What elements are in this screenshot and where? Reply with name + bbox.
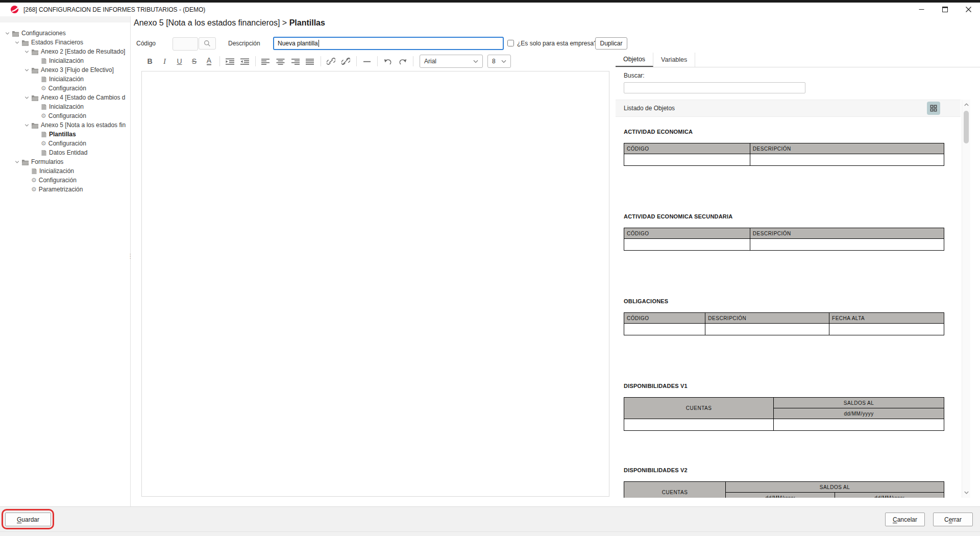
descripcion-input[interactable] xyxy=(273,37,504,50)
tree-item-plantillas[interactable]: Plantillas xyxy=(0,130,130,139)
section-title: DISPONIBILIDADES V2 xyxy=(624,467,961,473)
font-family-select[interactable]: Arial xyxy=(420,55,483,68)
company-only-checkbox[interactable] xyxy=(507,40,514,46)
folder-icon xyxy=(31,94,39,101)
tree-item-datos-entidad[interactable]: Datos Entidad xyxy=(0,148,130,157)
tab-objetos[interactable]: Objetos xyxy=(616,53,653,67)
duplicate-button[interactable]: Duplicar xyxy=(595,37,627,50)
object-section-actividad-economica-secundaria[interactable]: ACTIVIDAD ECONOMICA SECUNDARIACÓDIGODESC… xyxy=(624,213,961,251)
tree-item-label: Anexo 3 [Flujo de Efectivo] xyxy=(41,66,114,74)
link-button[interactable] xyxy=(325,55,337,67)
tree-item-label: Configuración xyxy=(48,140,86,147)
column-header: CUENTAS xyxy=(624,482,726,498)
column-header: CÓDIGO xyxy=(624,228,750,239)
tree-item-configuraciones[interactable]: Configuraciones xyxy=(0,29,130,38)
tree-item-anexo-5-nota-a-los-estados-fin[interactable]: Anexo 5 [Nota a los estados fin xyxy=(0,120,130,130)
italic-button[interactable]: I xyxy=(159,55,170,67)
redo-button[interactable] xyxy=(397,55,408,67)
cancel-button[interactable]: Cancelar xyxy=(885,513,925,526)
search-label: Buscar: xyxy=(624,72,645,79)
minimize-button[interactable] xyxy=(910,3,933,16)
gear-icon: ⚙ xyxy=(31,186,37,192)
configuration-tree: ConfiguracionesEstados FinacierosAnexo 2… xyxy=(0,22,130,506)
section-title: DISPONIBILIDADES V1 xyxy=(624,383,961,389)
tree-item-inicializacion[interactable]: Inicialización xyxy=(0,166,130,176)
bold-button[interactable]: B xyxy=(144,55,156,67)
underline-button[interactable]: U xyxy=(174,55,185,67)
outdent-button[interactable] xyxy=(239,55,251,67)
column-header: CÓDIGO xyxy=(624,313,705,324)
horizontal-rule-button[interactable] xyxy=(361,55,373,67)
tree-item-configuracion[interactable]: ⚙Configuración xyxy=(0,176,130,185)
chevron-down-icon[interactable] xyxy=(4,31,11,36)
align-right-icon xyxy=(291,58,300,65)
tree-item-configuracion[interactable]: ⚙Configuración xyxy=(0,84,130,93)
object-section-actividad-economica[interactable]: ACTIVIDAD ECONOMICACÓDIGODESCRIPCIÓN xyxy=(624,129,961,166)
chevron-down-icon[interactable] xyxy=(23,49,30,55)
gear-icon: ⚙ xyxy=(31,177,37,183)
object-table: CUENTASSALDOS ALdd/MM/yyyydd/MM/yyyy xyxy=(624,481,944,498)
bold-icon: B xyxy=(147,57,152,65)
align-left-icon xyxy=(261,58,270,65)
chevron-down-icon[interactable] xyxy=(23,123,30,128)
object-section-disponibilidades-v1[interactable]: DISPONIBILIDADES V1CUENTASSALDOS ALdd/MM… xyxy=(624,383,961,431)
tree-item-estados-finacieros[interactable]: Estados Finacieros xyxy=(0,38,130,47)
toolbar-separator xyxy=(413,56,413,66)
scroll-down-button[interactable] xyxy=(962,489,970,497)
tree-item-configuracion[interactable]: ⚙Configuración xyxy=(0,139,130,148)
chevron-down-icon[interactable] xyxy=(23,67,30,73)
close-button[interactable] xyxy=(957,3,980,16)
maximize-button[interactable] xyxy=(933,3,957,16)
tree-item-parametrizacion[interactable]: ⚙Parametrización xyxy=(0,185,130,194)
editor-canvas[interactable] xyxy=(141,71,609,497)
chevron-down-icon[interactable] xyxy=(14,159,20,165)
codigo-input[interactable] xyxy=(173,37,198,51)
font-size-select[interactable]: 8 xyxy=(487,55,511,68)
toolbar-separator xyxy=(377,56,378,66)
folder-icon xyxy=(31,122,39,129)
align-center-icon xyxy=(276,58,285,65)
grid-view-button[interactable] xyxy=(927,102,940,115)
undo-icon xyxy=(383,58,393,65)
tree-item-label: Inicialización xyxy=(49,57,84,64)
indent-icon xyxy=(226,58,234,65)
align-right-button[interactable] xyxy=(289,55,301,67)
tree-item-anexo-2-estado-de-resultado[interactable]: Anexo 2 [Estado de Resultado] xyxy=(0,47,130,56)
align-center-button[interactable] xyxy=(275,55,286,67)
file-icon xyxy=(41,104,47,110)
tree-item-inicializacion[interactable]: Inicialización xyxy=(0,75,130,84)
scroll-up-button[interactable] xyxy=(962,101,970,109)
tree-item-formularios[interactable]: Formularios xyxy=(0,157,130,166)
object-section-obligaciones[interactable]: OBLIGACIONESCÓDIGODESCRIPCIÓNFECHA ALTA xyxy=(624,298,961,335)
object-list-scrollbar[interactable] xyxy=(962,100,970,498)
tree-item-inicializacion[interactable]: Inicialización xyxy=(0,56,130,65)
tree-item-inicializacion[interactable]: Inicialización xyxy=(0,102,130,111)
text-color-button[interactable]: A xyxy=(203,55,215,67)
tree-item-anexo-3-flujo-de-efectivo[interactable]: Anexo 3 [Flujo de Efectivo] xyxy=(0,65,130,75)
folder-icon xyxy=(31,67,39,74)
tab-variables[interactable]: Variables xyxy=(653,53,695,67)
unlink-icon xyxy=(341,57,350,65)
company-only-label[interactable]: ¿Es solo para esta empresa? xyxy=(517,40,597,47)
tree-item-label: Parametrización xyxy=(39,186,83,193)
strikethrough-button[interactable]: S xyxy=(188,55,200,67)
save-button[interactable]: Guardar xyxy=(5,513,51,526)
scrollbar-thumb[interactable] xyxy=(964,111,969,143)
object-section-disponibilidades-v2[interactable]: DISPONIBILIDADES V2CUENTASSALDOS ALdd/MM… xyxy=(624,467,961,498)
indent-button[interactable] xyxy=(224,55,236,67)
close-dialog-button[interactable]: Cerrar xyxy=(933,513,973,526)
object-list-viewport: ACTIVIDAD ECONOMICACÓDIGODESCRIPCIÓNACTI… xyxy=(616,116,961,498)
codigo-search-button[interactable] xyxy=(199,37,216,50)
object-search-input[interactable] xyxy=(624,82,805,93)
unlink-button[interactable] xyxy=(340,55,352,67)
align-justify-button[interactable] xyxy=(304,55,316,67)
chevron-down-icon[interactable] xyxy=(23,95,30,101)
align-left-button[interactable] xyxy=(260,55,272,67)
chevron-down-icon[interactable] xyxy=(14,40,20,45)
undo-button[interactable] xyxy=(382,55,394,67)
tree-item-configuracion[interactable]: ⚙Configuración xyxy=(0,111,130,120)
tree-item-anexo-4-estado-de-cambios-d[interactable]: Anexo 4 [Estado de Cambios d xyxy=(0,93,130,102)
tree-item-label: Anexo 2 [Estado de Resultado] xyxy=(41,48,125,55)
tree-item-label: Inicialización xyxy=(49,76,84,83)
folder-icon xyxy=(12,30,19,37)
